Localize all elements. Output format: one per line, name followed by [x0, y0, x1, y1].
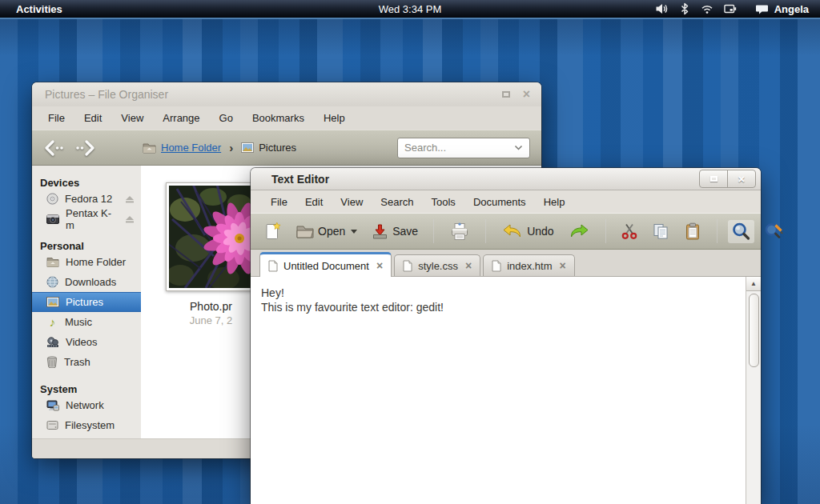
tab-close-icon[interactable]: × — [375, 260, 383, 271]
bluetooth-icon[interactable] — [679, 2, 690, 15]
new-document-button[interactable] — [260, 219, 287, 243]
sidebar-item-home-folder[interactable]: Home Folder — [32, 252, 141, 272]
camera-icon — [46, 214, 59, 224]
undo-icon — [501, 222, 523, 240]
user-menu[interactable]: Angela — [755, 3, 809, 15]
breadcrumb: Home Folder › Pictures — [143, 141, 296, 154]
film-icon — [46, 337, 59, 348]
image-icon — [46, 297, 59, 307]
menu-edit[interactable]: Edit — [74, 109, 111, 127]
menu-help[interactable]: Help — [314, 109, 355, 127]
text-editor-toolbar: Open Save Undo — [251, 213, 761, 250]
forward-button[interactable] — [74, 139, 96, 157]
sidebar-item-downloads[interactable]: Downloads — [32, 272, 141, 292]
text-editor-titlebar[interactable]: Text Editor × — [251, 168, 761, 190]
cut-button[interactable] — [617, 220, 642, 242]
menu-file[interactable]: File — [38, 109, 74, 127]
editor-line: Hey! — [261, 286, 735, 300]
wifi-icon[interactable] — [701, 3, 713, 14]
sidebar-item-pictures[interactable]: Pictures — [32, 292, 141, 312]
open-folder-icon — [296, 224, 314, 238]
menu-file[interactable]: File — [262, 193, 296, 211]
drive-icon — [46, 420, 58, 430]
open-dropdown-icon — [351, 230, 357, 234]
sidebar-item-music[interactable]: ♪ Music — [32, 312, 141, 332]
breadcrumb-current[interactable]: Pictures — [241, 142, 296, 154]
maximize-icon[interactable] — [502, 91, 510, 98]
menu-view[interactable]: View — [111, 109, 153, 127]
redo-button[interactable] — [564, 220, 595, 242]
menu-documents[interactable]: Documents — [464, 193, 535, 211]
flower-photo — [169, 186, 253, 288]
document-icon — [268, 260, 278, 272]
tab-style-css[interactable]: style.css × — [394, 254, 480, 276]
menu-bookmarks[interactable]: Bookmarks — [243, 109, 314, 127]
menu-tools[interactable]: Tools — [423, 193, 464, 211]
desktop: Activities Wed 3:34 PM Angela — [0, 0, 820, 504]
scrollbar-thumb[interactable] — [749, 294, 759, 367]
eject-icon[interactable] — [125, 215, 135, 223]
replace-icon — [764, 222, 784, 242]
undo-button[interactable]: Undo — [496, 220, 558, 242]
file-manager-toolbar: Home Folder › Pictures — [32, 130, 541, 166]
scroll-up-icon[interactable]: ▲ — [746, 277, 761, 291]
breadcrumb-home[interactable]: Home Folder — [143, 142, 221, 154]
sidebar-header-devices: Devices — [32, 175, 141, 189]
menu-go[interactable]: Go — [210, 109, 243, 127]
sidebar-item-videos[interactable]: Videos — [32, 332, 141, 352]
close-icon[interactable]: × — [523, 88, 530, 101]
sidebar-item-trash[interactable]: Trash — [32, 352, 141, 372]
folder-icon — [46, 257, 59, 267]
save-icon — [372, 223, 388, 240]
file-manager-title: Pictures – File Organiser — [45, 88, 168, 101]
sidebar-header-system: System — [32, 382, 141, 395]
volume-icon[interactable] — [655, 2, 669, 15]
back-button[interactable] — [43, 139, 66, 157]
paste-icon — [684, 222, 701, 241]
tab-untitled-document[interactable]: Untitled Document × — [259, 252, 392, 277]
document-icon — [403, 260, 412, 272]
print-button[interactable] — [444, 220, 475, 243]
find-button[interactable] — [728, 220, 754, 243]
scrollbar[interactable]: ▲ — [746, 277, 761, 504]
file-manager-titlebar[interactable]: Pictures – File Organiser × — [32, 82, 541, 106]
menu-search[interactable]: Search — [372, 193, 422, 211]
menu-help[interactable]: Help — [535, 193, 574, 211]
save-button[interactable]: Save — [367, 221, 423, 242]
find-icon — [731, 222, 751, 242]
paste-button[interactable] — [679, 220, 706, 243]
search-dropdown-icon[interactable] — [514, 145, 523, 150]
close-button[interactable]: × — [727, 170, 756, 188]
sidebar-item-fedora12[interactable]: Fedora 12 — [32, 189, 141, 209]
home-folder-icon — [143, 142, 156, 154]
text-editor-window: Text Editor × File Edit View Search Tool… — [251, 168, 761, 504]
sidebar-item-pentax[interactable]: Pentax K-m — [32, 209, 141, 229]
document-icon — [492, 260, 501, 272]
replace-button[interactable] — [759, 219, 789, 244]
sidebar-item-filesystem[interactable]: Filesystem — [32, 415, 141, 435]
photo-thumbnail[interactable] — [166, 182, 256, 291]
menu-view[interactable]: View — [332, 193, 372, 211]
tab-close-icon[interactable]: × — [558, 260, 566, 271]
editor-text-area[interactable]: Hey! This is my favourite text editor: g… — [251, 277, 746, 504]
music-note-icon: ♪ — [46, 315, 58, 329]
username: Angela — [774, 3, 809, 15]
maximize-button[interactable] — [699, 170, 728, 188]
menu-edit[interactable]: Edit — [296, 193, 332, 211]
menu-arrange[interactable]: Arrange — [153, 109, 209, 127]
maximize-icon — [710, 176, 718, 182]
open-button[interactable]: Open — [291, 222, 362, 241]
battery-icon[interactable] — [724, 2, 737, 15]
sidebar-item-network[interactable]: Network — [32, 395, 141, 415]
new-document-icon — [265, 222, 282, 241]
text-editor-title: Text Editor — [271, 173, 329, 186]
copy-button[interactable] — [647, 220, 674, 242]
search-input[interactable] — [404, 142, 514, 154]
tab-close-icon[interactable]: × — [464, 260, 472, 271]
redo-icon — [569, 222, 590, 240]
tab-index-htm[interactable]: index.htm × — [483, 254, 575, 276]
eject-icon[interactable] — [125, 195, 135, 203]
editor-line: This is my favourite text editor: gedit! — [261, 300, 735, 314]
file-manager-sidebar: Devices Fedora 12 Pentax K-m — [32, 166, 141, 438]
search-box[interactable] — [397, 138, 530, 158]
